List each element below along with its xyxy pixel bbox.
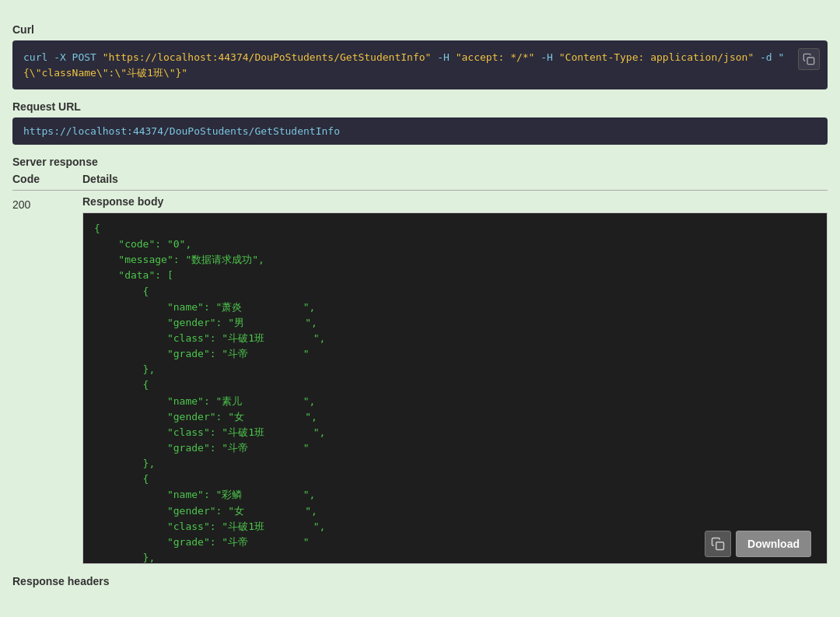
response-row-200: 200 Response body { "code": "0", "messag…: [12, 195, 828, 564]
server-response-section: Server response Code Details 200 Respons…: [12, 156, 828, 564]
column-code-header: Code: [12, 173, 82, 185]
curl-url-string: "https://localhost:44374/DouPoStudents/G…: [103, 51, 432, 63]
response-body-label: Response body: [82, 195, 828, 208]
server-response-label: Server response: [12, 156, 828, 168]
curl-d-flag: -d ": [754, 51, 784, 63]
curl-command-text: curl -X POST: [23, 51, 103, 63]
column-details-header: Details: [82, 173, 118, 185]
response-headers-label: Response headers: [12, 575, 828, 587]
curl-accept-header: "accept: */*": [456, 51, 535, 63]
response-bottom-actions: Download: [705, 531, 811, 557]
response-details-200: Response body { "code": "0", "message": …: [82, 195, 828, 564]
response-code-200: 200: [12, 195, 82, 211]
curl-section: Curl curl -X POST "https://localhost:443…: [12, 23, 828, 89]
response-table-header: Code Details: [12, 173, 828, 191]
curl-command-box: curl -X POST "https://localhost:44374/Do…: [12, 40, 828, 89]
curl-data-body: {\"className\":\"斗破1班\"}": [23, 67, 187, 79]
response-body-container: { "code": "0", "message": "数据请求成功", "dat…: [82, 212, 828, 564]
response-copy-button[interactable]: [705, 531, 731, 557]
curl-flags: -H: [431, 51, 455, 63]
request-url-label: Request URL: [12, 100, 828, 113]
svg-rect-0: [807, 58, 814, 65]
response-body-content[interactable]: { "code": "0", "message": "数据请求成功", "dat…: [83, 213, 827, 563]
curl-h2: -H: [534, 51, 558, 63]
request-url-text: https://localhost:44374/DouPoStudents/Ge…: [23, 125, 340, 137]
curl-label: Curl: [12, 23, 828, 36]
request-url-section: Request URL https://localhost:44374/DouP…: [12, 100, 828, 145]
svg-rect-1: [716, 542, 724, 550]
download-button[interactable]: Download: [736, 531, 811, 557]
curl-copy-button[interactable]: [798, 48, 820, 70]
request-url-box: https://localhost:44374/DouPoStudents/Ge…: [12, 117, 828, 145]
curl-content-type: "Content-Type: application/json": [559, 51, 754, 63]
